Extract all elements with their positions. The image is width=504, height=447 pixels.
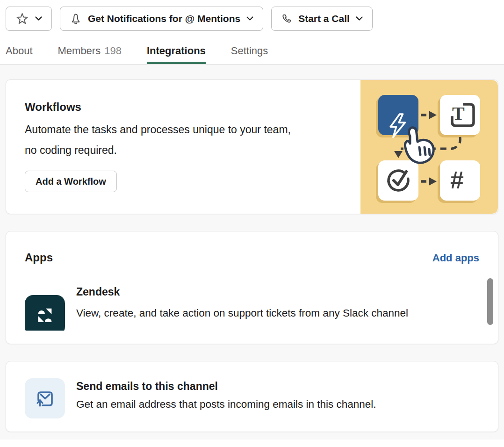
approval-step-tile: [378, 160, 418, 201]
chevron-down-icon: [246, 16, 253, 21]
tab-label: Integrations: [147, 45, 206, 57]
workflows-illustration: T #: [360, 80, 498, 214]
add-workflow-button[interactable]: Add a Workflow: [25, 171, 117, 192]
hash-icon: #: [450, 166, 464, 194]
incoming-email-icon: [35, 388, 55, 409]
workflows-card: Workflows Automate the tasks and process…: [6, 79, 498, 214]
star-channel-button[interactable]: [6, 7, 52, 31]
chevron-down-icon: [35, 16, 42, 21]
send-emails-text: Send emails to this channel Get an email…: [76, 378, 376, 432]
send-emails-card[interactable]: Send emails to this channel Get an email…: [6, 361, 498, 432]
workflows-description: Automate the tasks and processes unique …: [25, 119, 296, 160]
tab-settings[interactable]: Settings: [231, 31, 268, 64]
tab-label: Members: [58, 45, 101, 57]
start-call-button[interactable]: Start a Call: [271, 7, 373, 31]
tab-label: Settings: [231, 45, 268, 57]
apps-card: Apps Add apps Zendesk V: [6, 231, 498, 344]
workflows-card-text: Workflows Automate the tasks and process…: [6, 80, 360, 214]
notifications-button[interactable]: Get Notifications for @ Mentions: [60, 7, 263, 31]
send-emails-description: Get an email address that posts incoming…: [76, 398, 376, 411]
incoming-email-icon-tile: [25, 378, 65, 418]
members-count: 198: [104, 45, 122, 57]
channel-toolbar: Get Notifications for @ Mentions Start a…: [0, 0, 504, 31]
bell-icon: [70, 13, 82, 25]
phone-icon: [281, 13, 292, 24]
chevron-down-icon: [356, 16, 363, 21]
svg-text:T: T: [452, 103, 465, 124]
star-icon: [15, 13, 29, 25]
apps-title: Apps: [25, 251, 53, 264]
tab-integrations[interactable]: Integrations: [147, 31, 206, 64]
zendesk-logo-icon: [34, 304, 56, 326]
start-call-button-label: Start a Call: [298, 13, 350, 24]
app-list-item-zendesk[interactable]: Zendesk View, create, and take action on…: [25, 286, 479, 331]
channel-details-tabs: About Members198 Integrations Settings: [0, 31, 504, 65]
app-item-text: Zendesk View, create, and take action on…: [76, 286, 408, 323]
send-emails-title: Send emails to this channel: [76, 380, 376, 393]
add-apps-link[interactable]: Add apps: [432, 252, 479, 264]
workflow-diagram-illustration: T #: [360, 80, 498, 214]
apps-scrollbar-thumb[interactable]: [487, 278, 493, 325]
apps-scroll-viewport[interactable]: Apps Add apps Zendesk V: [6, 231, 498, 331]
apps-card-header: Apps Add apps: [25, 231, 479, 264]
workflows-title: Workflows: [25, 101, 360, 114]
integrations-panel: Workflows Automate the tasks and process…: [0, 65, 504, 440]
tab-members[interactable]: Members198: [58, 31, 122, 64]
zendesk-app-icon: [25, 295, 65, 331]
notifications-button-label: Get Notifications for @ Mentions: [88, 13, 240, 24]
tab-label: About: [6, 45, 33, 57]
tab-about[interactable]: About: [6, 31, 33, 64]
app-name: Zendesk: [76, 286, 408, 298]
app-description: View, create, and take action on support…: [76, 303, 408, 323]
